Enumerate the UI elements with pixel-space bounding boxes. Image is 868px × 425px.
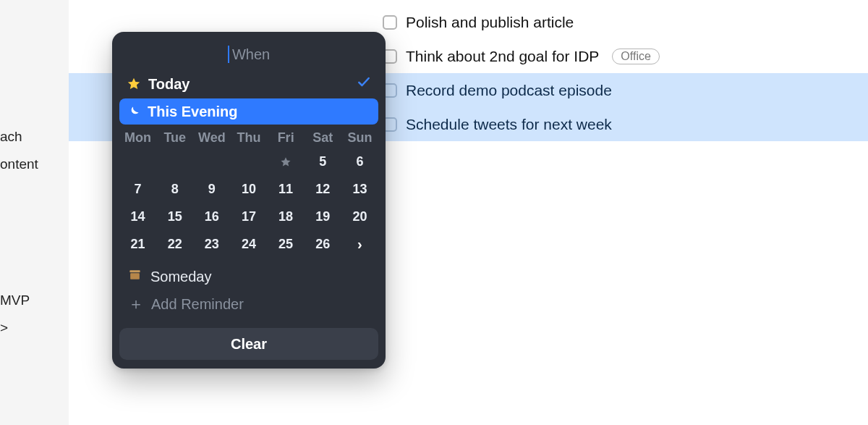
calendar-day[interactable]: 10 xyxy=(230,177,267,201)
calendar-day[interactable]: 12 xyxy=(305,177,341,201)
calendar-today-star[interactable] xyxy=(268,150,305,173)
weekday-label: Sun xyxy=(341,130,378,146)
calendar-day[interactable] xyxy=(193,150,230,173)
calendar-day[interactable]: 6 xyxy=(341,150,378,173)
option-evening-label: This Evening xyxy=(148,104,237,120)
calendar-day[interactable] xyxy=(119,150,156,173)
calendar-day[interactable]: 21 xyxy=(119,232,156,256)
calendar-day[interactable] xyxy=(230,150,267,173)
task-title: Polish and publish article xyxy=(406,14,574,31)
weekday-label: Wed xyxy=(193,130,230,146)
calendar-day[interactable]: 15 xyxy=(156,205,193,228)
sidebar-item-fragment-2[interactable]: ontent xyxy=(0,151,69,178)
weekday-label: Thu xyxy=(230,130,267,146)
when-search-placeholder: When xyxy=(232,46,270,63)
calendar-day[interactable]: 8 xyxy=(156,177,193,201)
calendar-day[interactable]: 18 xyxy=(268,205,305,228)
calendar-row: 5 6 xyxy=(119,150,378,173)
task-checkbox[interactable] xyxy=(383,15,397,30)
svg-rect-1 xyxy=(130,273,140,279)
calendar-day[interactable]: 23 xyxy=(193,232,230,256)
calendar-weekday-header: Mon Tue Wed Thu Fri Sat Sun xyxy=(119,130,378,146)
weekday-label: Fri xyxy=(268,130,305,146)
plus-icon: ＋ xyxy=(128,293,142,315)
sidebar-item-fragment-3[interactable]: MVP xyxy=(0,287,69,314)
calendar-day[interactable]: 22 xyxy=(156,232,193,256)
when-search[interactable]: When xyxy=(119,39,378,70)
task-title: Record demo podcast episode xyxy=(406,82,612,99)
star-icon xyxy=(127,77,141,91)
calendar-day[interactable]: 5 xyxy=(305,150,341,173)
calendar-day[interactable]: 14 xyxy=(119,205,156,228)
sidebar-item-fragment-4[interactable]: > xyxy=(0,314,69,342)
calendar-day[interactable]: 16 xyxy=(193,205,230,228)
moon-icon xyxy=(127,105,140,119)
text-cursor xyxy=(228,46,229,63)
calendar-day[interactable]: 7 xyxy=(119,177,156,201)
clear-button-label: Clear xyxy=(231,336,267,353)
calendar-day[interactable]: 11 xyxy=(268,177,305,201)
option-this-evening[interactable]: This Evening xyxy=(119,98,378,125)
calendar-day[interactable]: 24 xyxy=(230,232,267,256)
when-popover: When Today This Evening Mon Tue Wed Thu … xyxy=(112,32,386,369)
calendar-day[interactable]: 20 xyxy=(341,205,378,228)
sidebar: ach ontent MVP > xyxy=(0,0,69,425)
weekday-label: Sat xyxy=(305,130,341,146)
archive-icon xyxy=(128,268,142,285)
task-title: Schedule tweets for next week xyxy=(406,116,612,133)
option-add-reminder-label: Add Reminder xyxy=(151,296,244,313)
sidebar-item-fragment-1[interactable]: ach xyxy=(0,123,69,151)
calendar-day[interactable]: 17 xyxy=(230,205,267,228)
calendar-row: 21 22 23 24 25 26 › xyxy=(119,232,378,256)
calendar-day[interactable]: 19 xyxy=(305,205,341,228)
check-icon xyxy=(357,75,371,93)
calendar-day[interactable]: 25 xyxy=(268,232,305,256)
calendar-next-icon[interactable]: › xyxy=(341,232,378,256)
clear-button[interactable]: Clear xyxy=(119,328,378,360)
calendar-row: 14 15 16 17 18 19 20 xyxy=(119,205,378,228)
calendar-day[interactable]: 26 xyxy=(305,232,341,256)
calendar-day[interactable]: 9 xyxy=(193,177,230,201)
option-someday[interactable]: Someday xyxy=(119,263,378,290)
task-title: Think about 2nd goal for IDP xyxy=(406,48,599,65)
option-today[interactable]: Today xyxy=(119,71,378,97)
weekday-label: Tue xyxy=(156,130,193,146)
svg-rect-0 xyxy=(129,270,140,272)
calendar-day[interactable] xyxy=(156,150,193,173)
calendar-row: 7 8 9 10 11 12 13 xyxy=(119,177,378,201)
weekday-label: Mon xyxy=(119,130,156,146)
calendar-day[interactable]: 13 xyxy=(341,177,378,201)
option-add-reminder[interactable]: ＋ Add Reminder xyxy=(119,290,378,318)
task-tag[interactable]: Office xyxy=(612,49,660,64)
option-today-label: Today xyxy=(148,76,190,93)
option-someday-label: Someday xyxy=(150,269,212,285)
